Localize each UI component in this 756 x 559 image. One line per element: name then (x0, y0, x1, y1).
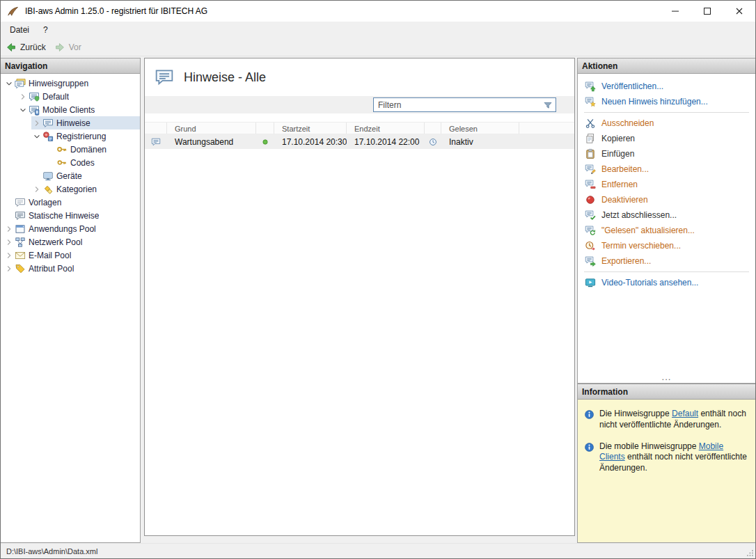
back-button[interactable]: Zurück (6, 42, 46, 53)
notice-group-default-icon (29, 91, 40, 102)
action-bearbeiten[interactable]: Bearbeiten... (578, 162, 755, 177)
menu-item-datei[interactable]: Datei (3, 22, 36, 38)
action-label: Deaktivieren (601, 195, 648, 205)
notices-icon (42, 118, 54, 129)
tree-item-inner: Registrierung (31, 129, 140, 143)
tree-item-label: Netzwerk Pool (26, 237, 82, 247)
chevron-expanded-icon[interactable] (3, 78, 15, 89)
titlebar: IBI-aws Admin 1.25.0 - registriert für I… (1, 1, 755, 22)
action-label: Video-Tutorials ansehen... (601, 278, 698, 288)
menubar: Datei? (1, 22, 755, 38)
tree-item-label: Attribut Pool (26, 264, 74, 274)
remove-icon (585, 179, 596, 190)
info-link-default[interactable]: Default (672, 409, 698, 418)
tree-item-inner: Codes (45, 156, 140, 169)
tree-item-inner: Mobile Clients (17, 103, 140, 116)
tree-item-mobile-clients[interactable]: Mobile Clients (1, 103, 140, 116)
window-controls (659, 1, 755, 22)
close-button[interactable] (723, 1, 755, 22)
tree-item-hinweise[interactable]: Hinweise (1, 116, 140, 129)
action-ausschneiden[interactable]: Ausschneiden (578, 116, 755, 131)
video-tutorials-icon (585, 277, 596, 288)
action-kopieren[interactable]: Kopieren (578, 131, 755, 146)
filter-funnel-icon[interactable] (540, 100, 556, 111)
info-text-before: Die mobile Hinweisgruppe (599, 441, 699, 451)
maximize-button[interactable] (691, 1, 723, 22)
column-header-status[interactable] (256, 123, 274, 134)
actions-overflow[interactable]: ... (578, 374, 755, 383)
action-deaktivieren[interactable]: Deaktivieren (578, 192, 755, 207)
notice-group-mobile-icon (29, 104, 40, 116)
content-panel: Hinweise - Alle GrundStartzeitEndzeitGel… (144, 58, 575, 536)
chevron-expanded-icon[interactable] (17, 104, 29, 116)
tree-item-label: E-Mail Pool (26, 251, 71, 260)
navigation-panel: Navigation HinweisgruppenDefaultMobile C… (1, 58, 141, 543)
minimize-button[interactable] (659, 1, 691, 22)
tree-item-e-mail-pool[interactable]: E-Mail Pool (1, 249, 140, 262)
forward-button[interactable]: Vor (54, 42, 81, 53)
action-video-tutorials-ansehen[interactable]: Video-Tutorials ansehen... (578, 275, 755, 290)
tree-item-attribut-pool[interactable]: Attribut Pool (1, 262, 140, 275)
application-pool-icon (15, 223, 26, 235)
resize-grip-icon[interactable] (745, 548, 755, 558)
action-label: Einfügen (601, 149, 634, 159)
chevron-collapsed-icon[interactable] (3, 263, 15, 274)
column-header-endzeit[interactable]: Endzeit (347, 123, 425, 134)
actions-separator (584, 112, 749, 113)
action-veroffentlichen[interactable]: Veröffentlichen... (578, 79, 755, 94)
cell-startzeit: 17.10.2014 20:30 (274, 137, 347, 147)
table-row[interactable]: Wartungsabend17.10.2014 20:3017.10.2014 … (145, 134, 574, 149)
tree-item-gerate[interactable]: Geräte (1, 169, 140, 182)
action-entfernen[interactable]: Entfernen (578, 177, 755, 192)
actions-list: Veröffentlichen...Neuen Hinweis hinzufüg… (578, 74, 755, 374)
chevron-collapsed-icon[interactable] (31, 184, 42, 195)
back-arrow-icon (6, 42, 17, 53)
action-gelesen-aktualisieren[interactable]: "Gelesen" aktualisieren... (578, 223, 755, 238)
chevron-spacer (45, 144, 56, 155)
tree-item-label: Kategorien (54, 184, 97, 194)
column-header-icon[interactable] (145, 123, 167, 134)
chevron-collapsed-icon[interactable] (3, 223, 15, 235)
action-neuen-hinweis-hinzufugen[interactable]: Neuen Hinweis hinzufügen... (578, 94, 755, 109)
tree-item-inner: Hinweise (31, 116, 140, 129)
tree-item-inner: E-Mail Pool (3, 249, 140, 262)
column-header-gelesen[interactable]: Gelesen (441, 123, 519, 134)
tree-item-anwendungs-pool[interactable]: Anwendungs Pool (1, 222, 140, 235)
content-header: Hinweise - Alle (145, 58, 574, 96)
tree-item-label: Mobile Clients (40, 105, 95, 115)
action-jetzt-abschliessen[interactable]: Jetzt abschliessen... (578, 207, 755, 223)
back-button-label: Zurück (20, 42, 46, 52)
tree-item-codes[interactable]: Codes (1, 156, 140, 169)
column-header-gelesen-icon[interactable] (425, 123, 441, 134)
column-header-grund[interactable]: Grund (167, 123, 256, 134)
tree-item-statische-hinweise[interactable]: Statische Hinweise (1, 209, 140, 222)
tree-item-default[interactable]: Default (1, 90, 140, 103)
cell-icon (145, 137, 167, 147)
tree-item-netzwerk-pool[interactable]: Netzwerk Pool (1, 235, 140, 249)
chevron-collapsed-icon[interactable] (3, 250, 15, 261)
action-einfugen[interactable]: Einfügen (578, 146, 755, 162)
codes-icon (56, 157, 68, 168)
tree-item-vorlagen[interactable]: Vorlagen (1, 196, 140, 209)
static-notices-icon (15, 210, 26, 221)
tree-item-hinweisgruppen[interactable]: Hinweisgruppen (1, 77, 140, 90)
information-header: Information (578, 384, 755, 400)
tree-item-registrierung[interactable]: Registrierung (1, 129, 140, 143)
action-exportieren[interactable]: Exportieren... (578, 253, 755, 269)
cell-grund: Wartungsabend (167, 137, 256, 147)
column-header-startzeit[interactable]: Startzeit (274, 123, 347, 134)
filter-input[interactable] (374, 100, 540, 110)
tree-item-inner: Default (17, 90, 140, 103)
chevron-collapsed-icon[interactable] (17, 91, 29, 102)
chevron-collapsed-icon[interactable] (3, 237, 15, 248)
action-termin-verschieben[interactable]: Termin verschieben... (578, 238, 755, 253)
chevron-expanded-icon[interactable] (31, 131, 42, 142)
menu-item-help[interactable]: ? (36, 22, 55, 38)
tree-item-domanen[interactable]: Domänen (1, 143, 140, 156)
tree-item-kategorien[interactable]: Kategorien (1, 182, 140, 196)
chevron-collapsed-icon[interactable] (31, 118, 42, 129)
copy-icon (585, 133, 596, 144)
main-area: Navigation HinweisgruppenDefaultMobile C… (1, 56, 755, 543)
info-text-before: Die Hinweisgruppe (599, 409, 672, 418)
cell-status (256, 137, 274, 147)
